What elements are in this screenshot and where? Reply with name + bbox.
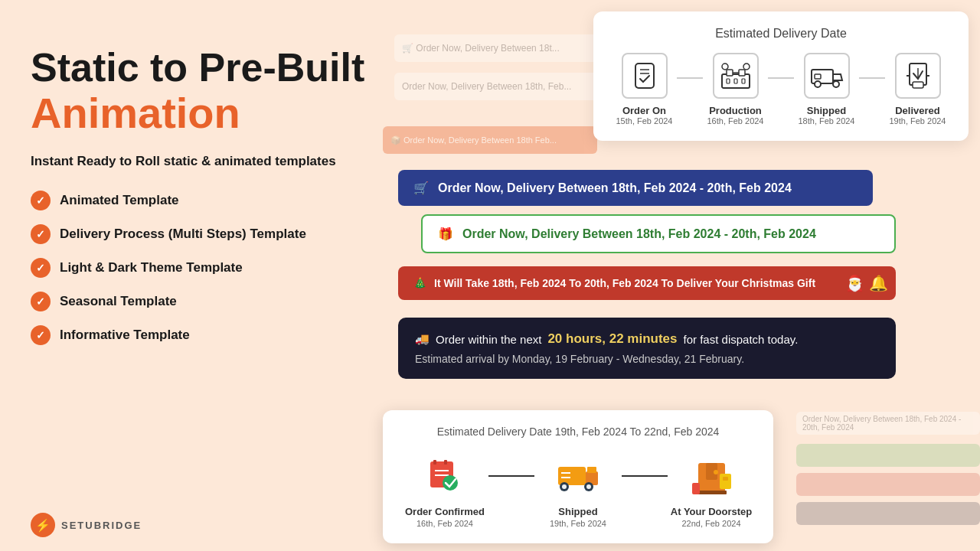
banner-blue-text: Order Now, Delivery Between 18th, Feb 20… bbox=[438, 181, 792, 195]
bg-faded-right-1: Order Now, Delivery Between 18th, Feb 20… bbox=[796, 412, 980, 435]
step-icon-order-confirmed bbox=[420, 450, 470, 500]
step-label-order: Order On bbox=[622, 105, 666, 116]
check-icon: ✓ bbox=[31, 325, 51, 345]
svg-rect-39 bbox=[697, 491, 727, 494]
list-item: ✓ Informative Template bbox=[31, 325, 413, 345]
step-date-doorstep: 22nd, Feb 2024 bbox=[681, 519, 740, 528]
step-icon-doorstep bbox=[687, 450, 737, 500]
svg-rect-15 bbox=[815, 74, 821, 79]
step-label-shipped-bottom: Shipped bbox=[558, 506, 597, 517]
svg-rect-5 bbox=[739, 70, 745, 76]
bg-faded-right-3 bbox=[796, 473, 980, 496]
svg-point-10 bbox=[722, 64, 728, 70]
step-icon-order bbox=[622, 53, 668, 99]
bottom-steps-row: Order Confirmed 16th, Feb 2024 bbox=[401, 450, 755, 528]
delivery-card-title: Estimated Delivery Date bbox=[612, 27, 950, 41]
title-line2: Animation bbox=[31, 90, 413, 137]
step-date-delivered: 19th, Feb 2024 bbox=[889, 116, 946, 126]
svg-point-31 bbox=[562, 484, 567, 489]
step-label-production: Production bbox=[709, 105, 762, 116]
bottom-delivery-card: Estimated Delivery Date 19th, Feb 2024 T… bbox=[383, 410, 773, 543]
svg-point-13 bbox=[815, 81, 821, 87]
feature-list: ✓ Animated Template ✓ Delivery Process (… bbox=[31, 191, 413, 345]
step-icon-delivered bbox=[895, 53, 941, 99]
title-line1: Static to Pre-Built bbox=[31, 46, 413, 90]
svg-point-38 bbox=[714, 470, 718, 474]
bg-faded-right-2 bbox=[796, 444, 980, 467]
step-label-doorstep: At Your Doorstep bbox=[671, 506, 752, 517]
christmas-decoration: 🎅 🔔 bbox=[845, 274, 888, 292]
banner-christmas-text: It Will Take 18th, Feb 2024 To 20th, Feb… bbox=[434, 277, 815, 289]
step-icon-production bbox=[713, 53, 759, 99]
list-item: ✓ Light & Dark Theme Template bbox=[31, 258, 413, 278]
line1-prefix: Order within the next bbox=[436, 333, 541, 346]
dark-banner-line1: 🚚 Order within the next 20 hours, 22 min… bbox=[415, 331, 879, 347]
banner-blue: 🛒 Order Now, Delivery Between 18th, Feb … bbox=[398, 170, 873, 206]
step-date-order: 15th, Feb 2024 bbox=[616, 116, 672, 126]
svg-rect-40 bbox=[692, 483, 700, 494]
feature-label: Light & Dark Theme Template bbox=[60, 260, 243, 276]
svg-rect-20 bbox=[913, 82, 923, 88]
feature-label: Animated Template bbox=[60, 193, 179, 208]
svg-rect-4 bbox=[727, 70, 733, 76]
svg-point-14 bbox=[833, 81, 839, 87]
step-icon-shipped-bottom bbox=[554, 450, 603, 500]
highlight-time: 20 hours, 22 minutes bbox=[547, 331, 677, 347]
svg-rect-29 bbox=[587, 467, 596, 473]
subtitle: Instant Ready to Roll static & animated … bbox=[31, 154, 413, 169]
banner-green: 🎁 Order Now, Delivery Between 18th, Feb … bbox=[421, 214, 896, 253]
banner-dark: 🚚 Order within the next 20 hours, 22 min… bbox=[398, 318, 896, 379]
svg-rect-0 bbox=[635, 64, 654, 88]
delivery-date-card: Estimated Delivery Date Order On 15th, F… bbox=[593, 11, 969, 141]
svg-rect-27 bbox=[558, 467, 586, 485]
check-icon: ✓ bbox=[31, 258, 51, 278]
list-item: ✓ Seasonal Template bbox=[31, 292, 413, 311]
step-connector bbox=[768, 77, 794, 79]
step-shipped: Shipped 18th, Feb 2024 bbox=[794, 53, 859, 126]
feature-label: Seasonal Template bbox=[60, 294, 177, 309]
feature-label: Informative Template bbox=[60, 328, 190, 343]
svg-point-11 bbox=[743, 64, 750, 70]
svg-rect-8 bbox=[734, 79, 737, 83]
bg-banner-orange: 📦 Order Now, Delivery Between 18th Feb..… bbox=[383, 126, 597, 154]
list-item: ✓ Delivery Process (Multi Steps) Templat… bbox=[31, 224, 413, 244]
step-order-on: Order On 15th, Feb 2024 bbox=[612, 53, 677, 126]
bg-banner-white-2: Order Now, Delivery Between 18th, Feb... bbox=[394, 73, 609, 100]
step-production: Production 16th, Feb 2024 bbox=[703, 53, 768, 126]
svg-rect-22 bbox=[433, 460, 436, 465]
step-label-order-confirmed: Order Confirmed bbox=[405, 506, 485, 517]
step-label-shipped: Shipped bbox=[807, 105, 846, 116]
svg-rect-42 bbox=[723, 477, 728, 481]
step-date-production: 16th, Feb 2024 bbox=[707, 116, 763, 126]
step-connector bbox=[859, 77, 885, 79]
logo-text: SETUBRIDGE bbox=[61, 520, 142, 531]
bottom-card-title: Estimated Delivery Date 19th, Feb 2024 T… bbox=[401, 425, 755, 438]
step-date-shipped: 18th, Feb 2024 bbox=[798, 116, 854, 126]
svg-rect-41 bbox=[720, 474, 731, 489]
feature-label: Delivery Process (Multi Steps) Template bbox=[60, 227, 306, 242]
logo: ⚡ SETUBRIDGE bbox=[31, 513, 142, 537]
banner-christmas: 🎄 It Will Take 18th, Feb 2024 To 20th, F… bbox=[398, 266, 896, 300]
check-icon: ✓ bbox=[31, 191, 51, 210]
connector-bottom bbox=[622, 475, 668, 477]
step-icon-shipped bbox=[804, 53, 850, 99]
christmas-tree-icon: 🎄 bbox=[413, 277, 426, 289]
bg-faded-right-4 bbox=[796, 502, 980, 525]
list-item: ✓ Animated Template bbox=[31, 191, 413, 210]
svg-rect-23 bbox=[444, 460, 447, 465]
step-order-confirmed: Order Confirmed 16th, Feb 2024 bbox=[401, 450, 488, 528]
truck-icon: 🚚 bbox=[415, 332, 430, 346]
check-icon: ✓ bbox=[31, 224, 51, 244]
connector-bottom bbox=[488, 475, 534, 477]
step-label-delivered: Delivered bbox=[895, 105, 940, 116]
step-shipped-bottom: Shipped 19th, Feb 2024 bbox=[534, 450, 622, 528]
step-date-shipped-bottom: 19th, Feb 2024 bbox=[550, 519, 606, 528]
dark-banner-line2: Estimated arrival by Monday, 19 February… bbox=[415, 353, 879, 365]
delivery-steps-row: Order On 15th, Feb 2024 bbox=[612, 53, 950, 126]
gift-icon: 🎁 bbox=[438, 227, 453, 241]
right-panel: 🛒 Order Now, Delivery Between 18t... Ord… bbox=[383, 0, 980, 551]
check-icon: ✓ bbox=[31, 292, 51, 311]
logo-icon: ⚡ bbox=[31, 513, 55, 537]
step-delivered: Delivered 19th, Feb 2024 bbox=[885, 53, 950, 126]
step-date-order-confirmed: 16th, Feb 2024 bbox=[416, 519, 473, 528]
